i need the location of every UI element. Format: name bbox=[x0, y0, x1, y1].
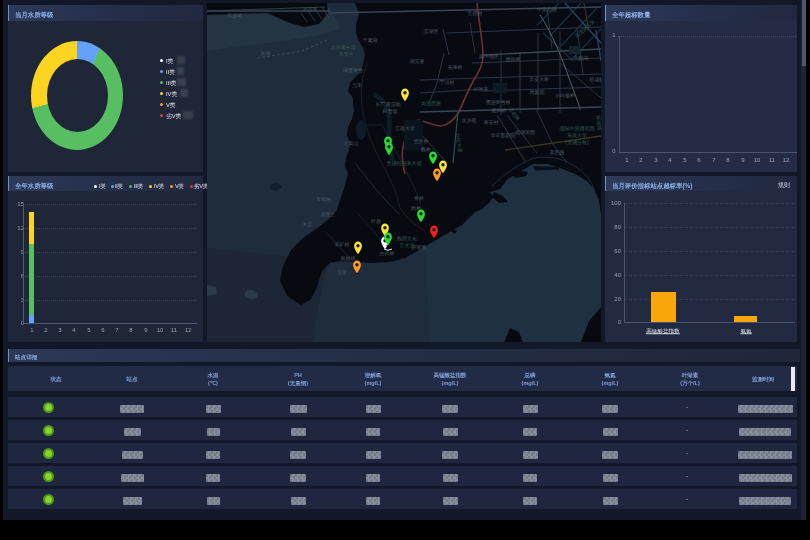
svg-text:立信大通: 立信大通 bbox=[453, 132, 463, 153]
svg-text:蠡桥: 蠡桥 bbox=[421, 146, 431, 152]
svg-text:太湖鼋头渚: 太湖鼋头渚 bbox=[331, 44, 356, 51]
svg-text:惠风桥: 惠风桥 bbox=[491, 107, 507, 113]
svg-text:艺术堂: 艺术堂 bbox=[400, 242, 415, 248]
svg-text:高浪西路: 高浪西路 bbox=[421, 100, 441, 107]
svg-text:周新苑: 周新苑 bbox=[530, 89, 545, 96]
svg-text:叶巷: 叶巷 bbox=[371, 218, 381, 224]
svg-text:邱家美: 邱家美 bbox=[474, 86, 489, 92]
svg-text:五星村: 五星村 bbox=[468, 10, 483, 17]
svg-text:渔港路: 渔港路 bbox=[303, 6, 318, 13]
svg-text:水乡苑: 水乡苑 bbox=[462, 117, 477, 124]
svg-text:江南大学: 江南大学 bbox=[395, 125, 415, 132]
svg-text:感知中国博览园: 感知中国博览园 bbox=[560, 125, 595, 132]
svg-text:青桥: 青桥 bbox=[414, 195, 424, 201]
svg-text:长广溪湿地: 长广溪湿地 bbox=[376, 101, 401, 108]
svg-text:小白杨桥: 小白杨桥 bbox=[555, 92, 575, 99]
svg-text:天安大桥: 天安大桥 bbox=[529, 76, 549, 82]
svg-text:高浪路高架: 高浪路高架 bbox=[573, 18, 596, 40]
svg-text:滨湖区: 滨湖区 bbox=[424, 28, 439, 35]
svg-text:军嶂村: 军嶂村 bbox=[317, 196, 332, 203]
svg-text:华庄影剧院: 华庄影剧院 bbox=[491, 132, 516, 139]
svg-text:蠡园文化: 蠡园文化 bbox=[397, 235, 417, 242]
svg-text:东绛桥: 东绛桥 bbox=[448, 64, 463, 70]
svg-text:风景区: 风景区 bbox=[339, 51, 354, 57]
svg-text:采矿村: 采矿村 bbox=[335, 241, 350, 248]
svg-text:万丰: 万丰 bbox=[352, 82, 362, 88]
svg-text:湖景壹号: 湖景壹号 bbox=[343, 67, 363, 73]
svg-text:宁佳村: 宁佳村 bbox=[440, 79, 455, 86]
svg-text:具区路: 具区路 bbox=[550, 149, 565, 155]
svg-text:大浮: 大浮 bbox=[302, 221, 312, 228]
svg-text:寿安村: 寿安村 bbox=[484, 119, 499, 126]
svg-text:天鹅湖: 天鹅湖 bbox=[574, 55, 589, 62]
svg-text:塘铁桥: 塘铁桥 bbox=[505, 56, 521, 62]
svg-text:东南大学: 东南大学 bbox=[567, 132, 587, 138]
svg-text:北区桥: 北区桥 bbox=[414, 138, 429, 145]
svg-text:无锡程浪美术馆: 无锡程浪美术馆 bbox=[387, 160, 422, 167]
svg-text:大箕山: 大箕山 bbox=[344, 140, 359, 146]
svg-text:(无锡分校): (无锡分校) bbox=[565, 139, 589, 146]
svg-text:千鼋湖: 千鼋湖 bbox=[363, 37, 378, 43]
svg-text:南湖家园: 南湖家园 bbox=[515, 129, 535, 136]
svg-text:环湖路: 环湖路 bbox=[595, 115, 601, 131]
svg-text:科普馆: 科普馆 bbox=[383, 108, 398, 115]
svg-text:中南西路: 中南西路 bbox=[537, 6, 557, 13]
svg-text:雪浪壹号桥: 雪浪壹号桥 bbox=[486, 99, 511, 106]
svg-text:太湖: 太湖 bbox=[260, 50, 270, 56]
svg-text:南杨镇: 南杨镇 bbox=[341, 255, 356, 262]
svg-text:湖滨里: 湖滨里 bbox=[410, 58, 425, 65]
svg-text:机场路: 机场路 bbox=[590, 76, 602, 83]
svg-text:石皮岭: 石皮岭 bbox=[228, 12, 243, 19]
svg-text:沈家: 沈家 bbox=[337, 269, 347, 276]
svg-text:吴都路: 吴都路 bbox=[507, 106, 521, 122]
svg-text:南泉上: 南泉上 bbox=[321, 211, 336, 217]
svg-text:吉祥桥: 吉祥桥 bbox=[380, 250, 395, 256]
svg-text:梁中地区: 梁中地区 bbox=[479, 53, 499, 59]
